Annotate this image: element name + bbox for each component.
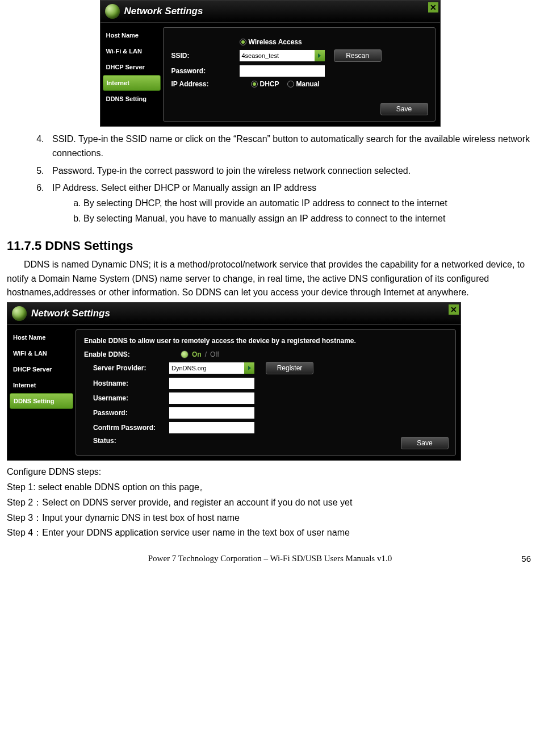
page-number: 56 [521, 554, 531, 563]
network-settings-panel-internet: ✕ Network Settings Host Name Wi-Fi & LAN… [100, 0, 441, 127]
dropdown-arrow-icon [315, 50, 325, 61]
step-3: Step 3：Input your dynamic DNS in test bo… [7, 511, 533, 525]
server-provider-dropdown[interactable]: DynDNS.org [169, 362, 254, 374]
ssid-dropdown[interactable]: 4season_test [240, 50, 325, 61]
sidebar-item-dhcp-server[interactable]: DHCP Server [7, 361, 76, 377]
sidebar-item-ddns-setting[interactable]: DDNS Setting [10, 393, 73, 409]
hostname-input[interactable] [169, 378, 254, 389]
save-button[interactable]: Save [401, 437, 449, 449]
status-label: Status: [84, 437, 169, 445]
save-button[interactable]: Save [380, 103, 428, 115]
panel-header: Network Settings [7, 303, 461, 325]
list-item: IP Address. Select either DHCP or Manual… [47, 181, 533, 225]
dhcp-radio[interactable] [251, 81, 258, 87]
list-item-text: IP Address. Select either DHCP or Manual… [52, 183, 316, 193]
username-label: Username: [84, 394, 169, 402]
password-input[interactable] [169, 407, 254, 419]
step-1: Step 1: select enable DDNS option on thi… [7, 481, 533, 495]
sidebar-item-internet[interactable]: Internet [103, 75, 161, 91]
sidebar-item-wifi-lan[interactable]: Wi-Fi & LAN [101, 43, 163, 59]
close-icon[interactable]: ✕ [428, 2, 438, 12]
instruction-sublist: By selecting DHCP, the host will provide… [83, 197, 533, 226]
toggle-dot-icon [181, 350, 189, 358]
rescan-button[interactable]: Rescan [334, 49, 382, 62]
instruction-text: Enable DDNS to allow user to remotely ac… [84, 337, 447, 345]
panel-title: Network Settings [31, 308, 110, 319]
dropdown-arrow-icon [244, 362, 254, 374]
sidebar: Host Name Wi-Fi & LAN DHCP Server Intern… [101, 23, 163, 126]
enable-ddns-label: Enable DDNS: [84, 350, 181, 358]
panel-header: Network Settings [101, 1, 440, 23]
server-provider-label: Server Provider: [84, 364, 169, 372]
page-footer: Power 7 Technology Corporation – Wi-Fi S… [7, 554, 533, 563]
network-icon [105, 4, 120, 19]
sidebar-item-dhcp-server[interactable]: DHCP Server [101, 59, 163, 75]
section-heading: 11.7.5 DDNS Settings [7, 239, 533, 253]
ip-address-label: IP Address: [171, 80, 240, 88]
ssid-label: SSID: [171, 52, 240, 60]
username-input[interactable] [169, 392, 254, 404]
step-4: Step 4：Enter your DDNS application servi… [7, 526, 533, 540]
password-label: Password: [84, 409, 169, 417]
list-item: By selecting DHCP, the host will provide… [83, 197, 533, 211]
sidebar: Host Name WiFi & LAN DHCP Server Interne… [7, 325, 76, 460]
password-input[interactable] [240, 65, 325, 77]
close-icon[interactable]: ✕ [449, 304, 459, 315]
toggle-off-label: Off [210, 350, 219, 358]
instruction-list: SSID. Type-in the SSID name or click on … [47, 132, 533, 226]
toggle-on-label: On [192, 350, 202, 358]
network-icon [12, 306, 27, 321]
dhcp-radio-label: DHCP [260, 80, 279, 88]
sidebar-item-host-name[interactable]: Host Name [101, 27, 163, 43]
ssid-value: 4season_test [242, 52, 279, 59]
footer-text: Power 7 Technology Corporation – Wi-Fi S… [148, 554, 392, 563]
panel-content: Enable DDNS to allow user to remotely ac… [76, 329, 456, 456]
panel-content: Wireless Access SSID: 4season_test Resca… [163, 27, 436, 122]
confirm-password-input[interactable] [169, 422, 254, 433]
network-settings-panel-ddns: ✕ Network Settings Host Name WiFi & LAN … [7, 302, 461, 461]
register-button[interactable]: Register [266, 362, 313, 374]
sidebar-item-host-name[interactable]: Host Name [7, 329, 76, 345]
confirm-password-label: Confirm Password: [84, 424, 169, 432]
configure-intro: Configure DDNS steps: [7, 465, 533, 479]
password-label: Password: [171, 67, 240, 75]
sidebar-item-wifi-lan[interactable]: WiFi & LAN [7, 345, 76, 361]
list-item: Password. Type-in the correct password t… [47, 164, 533, 178]
hostname-label: Hostname: [84, 379, 169, 387]
manual-radio-label: Manual [296, 80, 320, 88]
wireless-access-radio[interactable] [240, 39, 246, 45]
wireless-access-label: Wireless Access [249, 38, 302, 46]
step-2: Step 2：Select on DDNS server provide, an… [7, 496, 533, 510]
server-provider-value: DynDNS.org [171, 365, 207, 371]
list-item: SSID. Type-in the SSID name or click on … [47, 132, 533, 161]
sidebar-item-internet[interactable]: Internet [7, 377, 76, 393]
list-item: By selecting Manual, you have to manuall… [83, 212, 533, 226]
panel-title: Network Settings [124, 6, 203, 17]
manual-radio[interactable] [287, 81, 294, 87]
sidebar-item-ddns-setting[interactable]: DDNS Setting [101, 91, 163, 107]
section-paragraph: DDNS is named Dynamic DNS; it is a metho… [7, 258, 533, 300]
enable-ddns-toggle[interactable]: On/Off [181, 350, 219, 358]
